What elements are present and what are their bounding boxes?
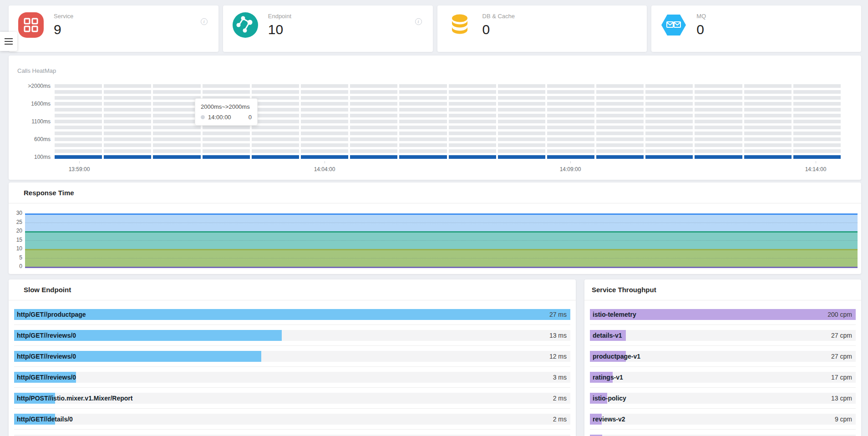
heatmap-cell[interactable] <box>252 137 299 141</box>
heatmap-cell[interactable] <box>547 84 594 88</box>
heatmap-cell[interactable] <box>252 96 299 100</box>
heatmap-cell[interactable] <box>793 84 841 88</box>
heatmap-cell[interactable] <box>399 155 447 159</box>
heatmap-cell[interactable] <box>645 114 693 117</box>
heatmap-cell[interactable] <box>744 96 792 100</box>
heatmap-cell[interactable] <box>399 120 447 123</box>
heatmap-cell[interactable] <box>153 143 200 147</box>
heatmap-cell[interactable] <box>350 143 397 147</box>
heatmap-cell[interactable] <box>350 132 397 135</box>
heatmap-cell[interactable] <box>695 90 742 94</box>
heatmap-cell[interactable] <box>104 84 151 88</box>
heatmap-cell[interactable] <box>645 155 693 159</box>
heatmap-cell[interactable] <box>399 84 447 88</box>
heatmap-cell[interactable] <box>793 108 841 112</box>
heatmap-cell[interactable] <box>695 114 742 117</box>
heatmap-cell[interactable] <box>350 114 397 117</box>
heatmap-cell[interactable] <box>449 114 496 117</box>
heatmap-cell[interactable] <box>449 108 496 112</box>
heatmap-cell[interactable] <box>596 137 644 141</box>
heatmap-cell[interactable] <box>449 137 496 141</box>
heatmap-cell[interactable] <box>252 149 299 153</box>
heatmap-cell[interactable] <box>252 132 299 135</box>
info-icon[interactable]: i <box>201 18 208 25</box>
heatmap-cell[interactable] <box>645 96 693 100</box>
heatmap-cell[interactable] <box>153 132 200 135</box>
heatmap-cell[interactable] <box>301 108 348 112</box>
heatmap-cell[interactable] <box>695 132 742 135</box>
heatmap-cell[interactable] <box>498 108 545 112</box>
heatmap-cell[interactable] <box>744 108 792 112</box>
heatmap-cell[interactable] <box>55 132 102 135</box>
heatmap-cell[interactable] <box>399 137 447 141</box>
heatmap-cell[interactable] <box>350 90 397 94</box>
heatmap-cell[interactable] <box>695 126 742 129</box>
heatmap-cell[interactable] <box>596 102 644 106</box>
heatmap-cell[interactable] <box>399 126 447 129</box>
heatmap-cell[interactable] <box>399 132 447 135</box>
heatmap-cell[interactable] <box>203 126 250 129</box>
heatmap-cell[interactable] <box>153 137 200 141</box>
heatmap-cell[interactable] <box>350 96 397 100</box>
heatmap-cell[interactable] <box>744 84 792 88</box>
heatmap-cell[interactable] <box>547 155 594 159</box>
heatmap-cell[interactable] <box>695 102 742 106</box>
heatmap-cell[interactable] <box>449 96 496 100</box>
heatmap-cell[interactable] <box>793 137 841 141</box>
heatmap-cell[interactable] <box>399 114 447 117</box>
heatmap-cell[interactable] <box>301 84 348 88</box>
heatmap-cell[interactable] <box>153 102 200 106</box>
heatmap-cell[interactable] <box>104 114 151 117</box>
heatmap-cell[interactable] <box>596 90 644 94</box>
heatmap-cell[interactable] <box>104 90 151 94</box>
heatmap-cell[interactable] <box>645 102 693 106</box>
heatmap-cell[interactable] <box>350 149 397 153</box>
heatmap-cell[interactable] <box>203 155 250 159</box>
heatmap-cell[interactable] <box>55 96 102 100</box>
heatmap-cell[interactable] <box>596 114 644 117</box>
heatmap-cell[interactable] <box>203 149 250 153</box>
heatmap-cell[interactable] <box>498 120 545 123</box>
heatmap-cell[interactable] <box>252 126 299 129</box>
heatmap-cell[interactable] <box>449 90 496 94</box>
list-item[interactable]: details-v127 cpm <box>590 330 856 351</box>
list-item[interactable]: http/GET//productpage27 ms <box>14 309 570 330</box>
heatmap-cell[interactable] <box>350 84 397 88</box>
heatmap-cell[interactable] <box>399 108 447 112</box>
heatmap-cell[interactable] <box>153 84 200 88</box>
heatmap-cell[interactable] <box>449 155 496 159</box>
heatmap-cell[interactable] <box>55 155 102 159</box>
heatmap-cell[interactable] <box>301 126 348 129</box>
heatmap-cell[interactable] <box>793 155 841 159</box>
list-item[interactable]: http/GET//reviews/03 ms <box>14 372 570 393</box>
heatmap-cell[interactable] <box>793 102 841 106</box>
heatmap-cell[interactable] <box>744 155 792 159</box>
heatmap-cell[interactable] <box>744 143 792 147</box>
heatmap-cell[interactable] <box>596 155 644 159</box>
heatmap-cell[interactable] <box>153 126 200 129</box>
heatmap-cell[interactable] <box>104 102 151 106</box>
heatmap-cell[interactable] <box>547 149 594 153</box>
heatmap-cell[interactable] <box>645 137 693 141</box>
heatmap-cell[interactable] <box>153 149 200 153</box>
heatmap-cell[interactable] <box>252 143 299 147</box>
heatmap-cell[interactable] <box>104 132 151 135</box>
heatmap-cell[interactable] <box>498 155 545 159</box>
heatmap-cell[interactable] <box>793 126 841 129</box>
heatmap-cell[interactable] <box>104 96 151 100</box>
heatmap-cell[interactable] <box>252 155 299 159</box>
heatmap-cell[interactable] <box>153 114 200 117</box>
list-item[interactable]: http/GET//reviews/013 ms <box>14 330 570 351</box>
list-item[interactable]: istio-telemetry200 cpm <box>590 309 856 330</box>
heatmap-cell[interactable] <box>547 96 594 100</box>
heatmap-cell[interactable] <box>793 149 841 153</box>
list-item[interactable]: istio-policy13 cpm <box>590 393 856 414</box>
heatmap-cell[interactable] <box>55 137 102 141</box>
heatmap-cell[interactable] <box>547 90 594 94</box>
heatmap-cell[interactable] <box>744 120 792 123</box>
heatmap-cell[interactable] <box>104 120 151 123</box>
heatmap-cell[interactable] <box>350 102 397 106</box>
heatmap-cell[interactable] <box>596 96 644 100</box>
heatmap-cell[interactable] <box>498 84 545 88</box>
list-item[interactable]: ratings-v117 cpm <box>590 372 856 393</box>
